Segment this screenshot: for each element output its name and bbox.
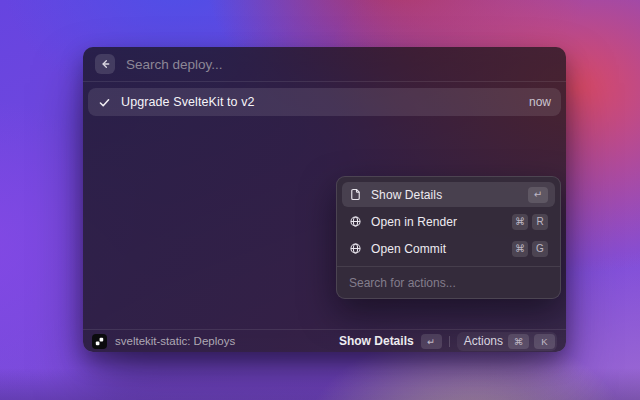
extension-icon <box>92 334 107 349</box>
source-label: sveltekit-static: Deploys <box>115 335 331 347</box>
back-button[interactable] <box>95 54 115 74</box>
menu-item-label: Show Details <box>371 188 519 202</box>
search-input[interactable] <box>126 57 554 72</box>
globe-icon <box>349 215 362 228</box>
result-title: Upgrade SvelteKit to v2 <box>121 95 519 109</box>
cmd-key-badge: ⌘ <box>512 241 528 257</box>
actions-button[interactable]: Actions ⌘ K <box>457 332 557 351</box>
actions-search <box>337 266 560 298</box>
actions-label: Actions <box>464 334 503 348</box>
letter-key-badge: K <box>534 334 555 349</box>
primary-action-label[interactable]: Show Details <box>339 334 414 348</box>
main-area: Show Details ↵ Open in Render <box>83 122 566 329</box>
actions-search-input[interactable] <box>349 276 548 290</box>
result-row-selected[interactable]: Upgrade SvelteKit to v2 now <box>88 88 561 116</box>
checkmark-icon <box>98 96 111 109</box>
menu-item-open-in-render[interactable]: Open in Render ⌘ R <box>342 209 555 234</box>
letter-key-badge: R <box>532 214 548 230</box>
menu-item-label: Open in Render <box>371 215 503 229</box>
globe-icon <box>349 242 362 255</box>
letter-key-badge: G <box>532 241 548 257</box>
result-timestamp: now <box>529 95 551 109</box>
status-bar-divider <box>449 336 450 347</box>
menu-item-show-details[interactable]: Show Details ↵ <box>342 182 555 207</box>
arrow-left-icon <box>99 58 111 70</box>
document-icon <box>349 188 362 201</box>
return-key-badge: ↵ <box>421 334 442 349</box>
cmd-key-badge: ⌘ <box>508 334 529 349</box>
command-palette-window: Upgrade SvelteKit to v2 now Show Detai <box>83 47 566 352</box>
status-bar: sveltekit-static: Deploys Show Details ↵… <box>83 329 566 352</box>
menu-item-open-commit[interactable]: Open Commit ⌘ G <box>342 236 555 261</box>
actions-menu: Show Details ↵ Open in Render <box>336 176 561 299</box>
menu-item-label: Open Commit <box>371 242 503 256</box>
cmd-key-badge: ⌘ <box>512 214 528 230</box>
return-key-badge: ↵ <box>528 187 548 203</box>
result-list: Upgrade SvelteKit to v2 now <box>83 82 566 122</box>
search-bar <box>83 47 566 82</box>
